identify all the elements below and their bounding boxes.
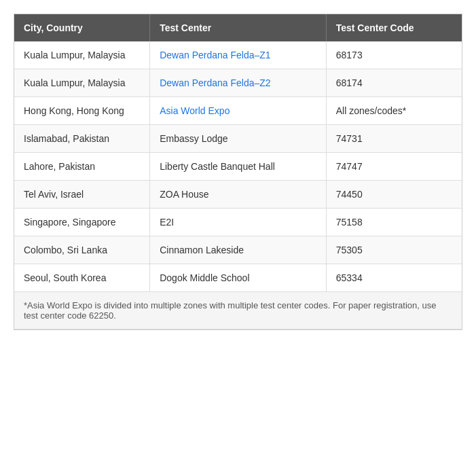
- test-center-code-cell: 68174: [326, 69, 462, 97]
- test-center-link[interactable]: Asia World Expo: [160, 105, 230, 116]
- test-center-code-cell: 75305: [326, 236, 462, 264]
- test-center-cell: ZOA House: [150, 181, 327, 209]
- header-city: City, Country: [14, 14, 150, 41]
- test-center-code-cell: 65334: [326, 264, 462, 292]
- table-row: Seoul, South KoreaDogok Middle School653…: [14, 264, 462, 292]
- test-center-cell: Liberty Castle Banquet Hall: [150, 153, 327, 181]
- test-center-cell: Dogok Middle School: [150, 264, 327, 292]
- table-row: Kuala Lumpur, MalaysiaDewan Perdana Feld…: [14, 41, 462, 69]
- test-center-cell[interactable]: Dewan Perdana Felda–Z1: [150, 41, 327, 69]
- city-cell: Hong Kong, Hong Kong: [14, 97, 150, 125]
- test-center-link[interactable]: Dewan Perdana Felda–Z2: [160, 77, 270, 88]
- city-cell: Islamabad, Pakistan: [14, 125, 150, 153]
- table-row: Lahore, PakistanLiberty Castle Banquet H…: [14, 153, 462, 181]
- test-center-code-cell: 75158: [326, 209, 462, 236]
- test-center-code-cell: 74731: [326, 125, 462, 153]
- test-center-code-cell: 74747: [326, 153, 462, 181]
- city-cell: Singapore, Singapore: [14, 209, 150, 236]
- header-test-center-code: Test Center Code: [326, 14, 462, 41]
- test-center-cell[interactable]: Asia World Expo: [150, 97, 327, 125]
- table-row: Islamabad, PakistanEmbassy Lodge74731: [14, 125, 462, 153]
- city-cell: Seoul, South Korea: [14, 264, 150, 292]
- table-row: Singapore, SingaporeE2I75158: [14, 209, 462, 236]
- table-row: Hong Kong, Hong KongAsia World ExpoAll z…: [14, 97, 462, 125]
- table-row: Colombo, Sri LankaCinnamon Lakeside75305: [14, 236, 462, 264]
- test-center-code-cell: 68173: [326, 41, 462, 69]
- test-center-cell: Cinnamon Lakeside: [150, 236, 327, 264]
- footnote-row: *Asia World Expo is divided into multipl…: [14, 292, 462, 329]
- table-header-row: City, Country Test Center Test Center Co…: [14, 14, 462, 41]
- test-center-code-cell: All zones/codes*: [326, 97, 462, 125]
- test-center-code-cell: 74450: [326, 181, 462, 209]
- city-cell: Colombo, Sri Lanka: [14, 236, 150, 264]
- city-cell: Tel Aviv, Israel: [14, 181, 150, 209]
- test-center-link[interactable]: Dewan Perdana Felda–Z1: [160, 50, 270, 60]
- table-row: Tel Aviv, IsraelZOA House74450: [14, 181, 462, 209]
- table-row: Kuala Lumpur, MalaysiaDewan Perdana Feld…: [14, 69, 462, 97]
- test-center-cell: E2I: [150, 209, 327, 236]
- header-test-center: Test Center: [150, 14, 327, 41]
- test-center-cell: Embassy Lodge: [150, 125, 327, 153]
- city-cell: Kuala Lumpur, Malaysia: [14, 69, 150, 97]
- test-centers-table: City, Country Test Center Test Center Co…: [14, 14, 462, 330]
- test-center-cell[interactable]: Dewan Perdana Felda–Z2: [150, 69, 327, 97]
- city-cell: Lahore, Pakistan: [14, 153, 150, 181]
- footnote-text: *Asia World Expo is divided into multipl…: [14, 292, 462, 329]
- city-cell: Kuala Lumpur, Malaysia: [14, 41, 150, 69]
